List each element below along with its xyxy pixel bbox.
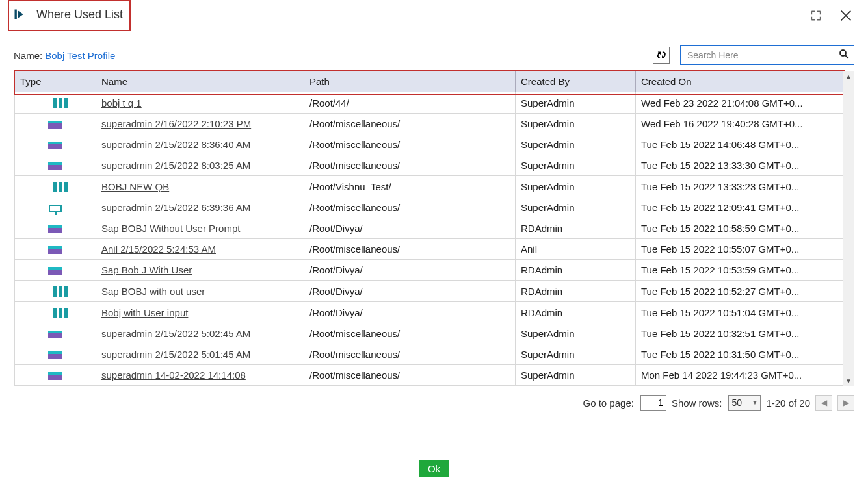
table-row[interactable]: superadmin 2/16/2022 2:10:23 PM/Root/mis… [15,114,843,134]
search-icon[interactable] [838,48,850,63]
table-row[interactable]: Bobj with User input/Root/Divya/RDAdminT… [15,302,843,323]
createdon-cell: Wed Feb 23 2022 21:04:08 GMT+0... [636,92,843,114]
row-name-link[interactable]: superadmin 2/15/2022 8:03:25 AM [101,160,250,171]
createdon-cell: Wed Feb 16 2022 19:40:28 GMT+0... [636,114,843,134]
createdon-cell: Tue Feb 15 2022 12:09:41 GMT+0... [636,197,843,218]
col-created-by[interactable]: Created By [516,71,636,92]
path-cell: /Root/Divya/ [304,260,516,281]
row-name-link[interactable]: superadmin 2/15/2022 6:39:36 AM [101,202,250,213]
goto-label: Go to page: [583,398,634,409]
createdon-cell: Mon Feb 14 2022 19:44:23 GMT+0... [636,365,843,386]
window-controls [808,8,860,23]
row-name-link[interactable]: Bobj with User input [101,307,188,318]
type-icon [53,308,57,318]
table-row[interactable]: superadmin 14-02-2022 14:14:08/Root/misc… [15,365,843,386]
table-row[interactable]: superadmin 2/15/2022 5:02:45 AM/Root/mis… [15,323,843,344]
type-cell [15,281,96,302]
path-cell: /Root/miscellaneous/ [304,344,516,365]
scrollbar[interactable]: ▲ ▼ [843,71,854,386]
createdon-cell: Tue Feb 15 2022 10:51:04 GMT+0... [636,302,843,323]
type-icon [53,182,57,192]
row-name-link[interactable]: superadmin 2/15/2022 8:36:40 AM [101,139,250,150]
createdon-cell: Tue Feb 15 2022 13:33:30 GMT+0... [636,155,843,176]
maximize-button[interactable] [808,8,824,23]
refresh-icon: 🗘 [657,50,666,60]
next-page-button[interactable]: ▶ [837,395,854,411]
createdon-cell: Tue Feb 15 2022 10:53:59 GMT+0... [636,260,843,281]
createdby-cell: SuperAdmin [516,114,636,134]
prev-page-button[interactable]: ◀ [815,395,832,411]
createdby-cell: RDAdmin [516,281,636,302]
row-name-link[interactable]: Sap Bob J With User [101,264,192,275]
row-name-link[interactable]: Anil 2/15/2022 5:24:53 AM [101,244,216,255]
type-icon [48,225,62,233]
row-name-link[interactable]: superadmin 14-02-2022 14:14:08 [101,370,246,381]
type-icon [48,162,62,170]
path-cell: /Root/miscellaneous/ [304,323,516,344]
refresh-button[interactable]: 🗘 [653,47,670,64]
col-name[interactable]: Name [96,71,304,92]
name-cell: superadmin 2/15/2022 5:02:45 AM [96,323,304,344]
path-cell: /Root/Divya/ [304,218,516,239]
col-type[interactable]: Type [15,71,96,92]
row-name-link[interactable]: superadmin 2/15/2022 5:02:45 AM [101,328,250,339]
col-created-on[interactable]: Created On [636,71,843,92]
row-name-link[interactable]: bobj t q 1 [101,97,142,108]
scroll-down-icon[interactable]: ▼ [845,377,852,385]
table-row[interactable]: Sap BOBJ Without User Prompt/Root/Divya/… [15,218,843,239]
name-cell: bobj t q 1 [96,92,304,114]
type-icon [48,331,62,338]
name-cell: BOBJ NEW QB [96,176,304,197]
type-cell [15,134,96,155]
profile-name[interactable]: Bobj Test Profile [45,50,115,61]
page-input[interactable] [640,395,666,411]
type-cell [15,239,96,260]
type-cell [15,155,96,176]
table-row[interactable]: superadmin 2/15/2022 8:36:40 AM/Root/mis… [15,134,843,155]
row-name-link[interactable]: superadmin 2/16/2022 2:10:23 PM [101,118,251,129]
table-row[interactable]: Sap BOBJ with out user/Root/Divya/RDAdmi… [15,281,843,302]
createdon-cell: Tue Feb 15 2022 10:32:51 GMT+0... [636,323,843,344]
row-name-link[interactable]: superadmin 2/15/2022 5:01:45 AM [101,349,250,360]
createdby-cell: Anil [516,239,636,260]
table-row[interactable]: Anil 2/15/2022 5:24:53 AM/Root/miscellan… [15,239,843,260]
rows-select[interactable]: 50 ▼ [728,395,761,411]
path-cell: /Root/miscellaneous/ [304,239,516,260]
scroll-up-icon[interactable]: ▲ [845,73,852,80]
createdon-cell: Tue Feb 15 2022 10:52:27 GMT+0... [636,281,843,302]
path-cell: /Root/Divya/ [304,302,516,323]
name-cell: Sap Bob J With User [96,260,304,281]
dialog-footer: Ok [0,457,868,480]
path-cell: /Root/44/ [304,92,516,114]
table-header-row: Type Name Path Created By Created On [15,71,843,92]
row-name-link[interactable]: Sap BOBJ Without User Prompt [101,223,240,234]
type-cell [15,197,96,218]
type-cell [15,260,96,281]
path-cell: /Root/miscellaneous/ [304,365,516,386]
col-path[interactable]: Path [304,71,516,92]
table-row[interactable]: superadmin 2/15/2022 8:03:25 AM/Root/mis… [15,155,843,176]
search-box[interactable] [680,45,854,65]
path-cell: /Root/miscellaneous/ [304,197,516,218]
type-icon [48,351,62,359]
table-row[interactable]: Sap Bob J With User/Root/Divya/RDAdminTu… [15,260,843,281]
table-row[interactable]: superadmin 2/15/2022 6:39:36 AM/Root/mis… [15,197,843,218]
path-cell: /Root/Vishnu_Test/ [304,176,516,197]
name-cell: superadmin 2/15/2022 8:36:40 AM [96,134,304,155]
type-icon [48,142,62,149]
createdby-cell: SuperAdmin [516,134,636,155]
type-icon [48,121,62,129]
row-name-link[interactable]: Sap BOBJ with out user [101,286,205,297]
table-row[interactable]: superadmin 2/15/2022 5:01:45 AM/Root/mis… [15,344,843,365]
name-cell: superadmin 2/16/2022 2:10:23 PM [96,114,304,134]
close-button[interactable] [838,8,854,23]
chevron-down-icon: ▼ [752,399,758,406]
table-row[interactable]: bobj t q 1/Root/44/SuperAdminWed Feb 23 … [15,92,843,114]
row-name-link[interactable]: BOBJ NEW QB [101,181,169,192]
page-range: 1-20 of 20 [766,398,810,409]
search-input[interactable] [687,50,838,60]
body: Name: Bobj Test Profile 🗘 ▲ ▼ [8,38,860,423]
ok-button[interactable]: Ok [419,460,449,477]
type-cell [15,302,96,323]
table-row[interactable]: BOBJ NEW QB/Root/Vishnu_Test/SuperAdminT… [15,176,843,197]
